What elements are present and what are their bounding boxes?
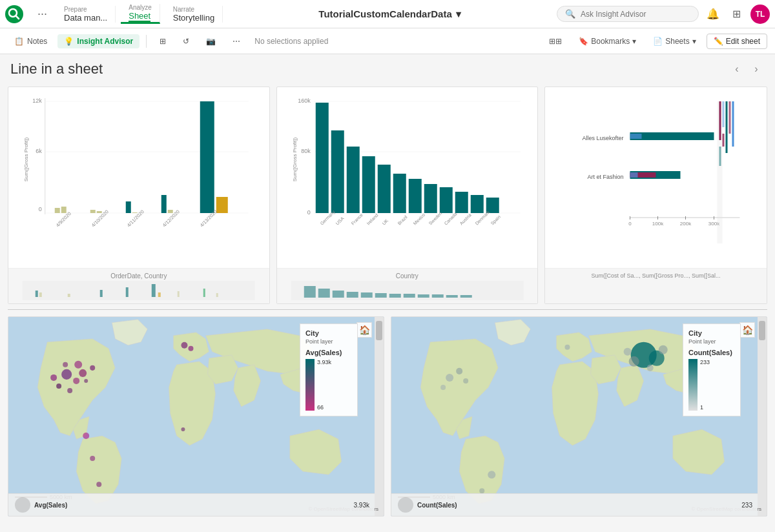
- nav-prepare[interactable]: Prepare Data man...: [56, 6, 116, 23]
- svg-rect-99: [726, 101, 728, 153]
- svg-rect-16: [161, 195, 167, 213]
- chart-3-axis-text: Sum([Cost of Sa..., Sum([Gross Pro..., S…: [591, 272, 720, 279]
- insight-icon: 💡: [64, 37, 74, 46]
- svg-point-130: [446, 374, 453, 382]
- top-nav: ··· Prepare Data man... Analyze Sheet Na…: [0, 0, 775, 28]
- search-input[interactable]: [581, 10, 684, 19]
- more-icon: ⋯: [232, 37, 240, 46]
- refresh-button[interactable]: ↺: [176, 34, 196, 48]
- map-2-home-icon[interactable]: 🏠: [739, 322, 755, 338]
- nav-icons: 🔔 ⊞ TL: [704, 5, 770, 24]
- map-1-home-icon[interactable]: 🏠: [356, 322, 372, 338]
- next-page-button[interactable]: ›: [748, 61, 765, 77]
- map-2-scrollbar-thumb[interactable]: [759, 321, 765, 340]
- svg-text:0: 0: [628, 221, 632, 227]
- prev-page-button[interactable]: ‹: [728, 61, 745, 77]
- svg-rect-18: [200, 101, 214, 213]
- insight-advisor-button[interactable]: 💡 Insight Advisor: [57, 34, 140, 48]
- snapshot-button[interactable]: 📷: [200, 34, 222, 48]
- svg-rect-27: [39, 292, 42, 297]
- svg-text:0: 0: [307, 209, 310, 216]
- chart-1-axis-label: OrderDate, Country: [14, 271, 264, 281]
- search-bar[interactable]: 🔍: [557, 6, 699, 22]
- svg-text:UK: UK: [381, 218, 389, 226]
- map-2-scrollbar[interactable]: [758, 317, 767, 516]
- svg-rect-33: [178, 291, 180, 297]
- map-2-footer: Count(Sales) 233: [391, 493, 758, 516]
- grid-icon[interactable]: ⊞: [727, 5, 745, 23]
- app-title-text: TutorialCustomCalendarData: [318, 8, 451, 19]
- svg-rect-98: [723, 101, 725, 127]
- svg-text:Art et Fashion: Art et Fashion: [587, 174, 623, 180]
- svg-rect-102: [719, 147, 721, 166]
- notification-icon[interactable]: 🔔: [704, 5, 722, 23]
- svg-point-110: [50, 374, 57, 381]
- chart-1-svg: 12k 6k 0 Sum([Gross Profit]): [14, 95, 264, 250]
- svg-rect-43: [315, 103, 328, 213]
- svg-point-112: [74, 361, 82, 369]
- svg-point-111: [67, 388, 72, 393]
- svg-rect-79: [460, 295, 471, 298]
- svg-point-119: [188, 346, 193, 351]
- svg-rect-26: [36, 291, 38, 297]
- chart-2-sparkline: [282, 281, 533, 300]
- svg-rect-34: [203, 289, 205, 297]
- svg-rect-74: [389, 294, 400, 298]
- chart-3-axis-label: Sum([Cost of Sa..., Sum([Gross Pro..., S…: [550, 271, 761, 280]
- svg-text:4/9/2020: 4/9/2020: [55, 210, 72, 228]
- nav-narrate[interactable]: Narrate Storytelling: [165, 6, 223, 23]
- svg-text:Ireland: Ireland: [366, 213, 378, 226]
- svg-rect-11: [61, 207, 67, 213]
- svg-text:Sum([Gross Profit]): Sum([Gross Profit]): [23, 137, 29, 181]
- map-1-scrollbar-thumb[interactable]: [376, 321, 382, 340]
- chart-1: 12k 6k 0 Sum([Gross Profit]): [8, 87, 270, 304]
- chart-2-svg: 160k 80k 0 Sum([Gross Profit]): [282, 95, 533, 250]
- svg-point-108: [56, 384, 61, 389]
- insight-label: Insight Advisor: [77, 37, 133, 46]
- svg-point-129: [647, 365, 654, 371]
- more-options-icon[interactable]: ···: [34, 6, 51, 22]
- map-1-scrollbar[interactable]: [375, 317, 384, 516]
- svg-rect-82: [630, 134, 642, 139]
- toolbar-separator-1: [146, 35, 147, 48]
- svg-rect-10: [55, 208, 60, 213]
- chart-3-footer: Sum([Cost of Sa..., Sum([Gross Pro..., S…: [545, 268, 767, 303]
- qlik-logo-mark[interactable]: [5, 5, 23, 23]
- app-title: TutorialCustomCalendarData ▾: [228, 8, 552, 20]
- app-title-chevron-icon[interactable]: ▾: [456, 8, 461, 20]
- page-title: Line in a sheet: [10, 61, 103, 77]
- chart-2: 160k 80k 0 Sum([Gross Profit]): [276, 87, 539, 304]
- svg-rect-71: [346, 292, 358, 298]
- map-1: 🏠 City Point layer Avg(Sales) 3.9: [8, 316, 384, 517]
- user-avatar[interactable]: TL: [750, 5, 770, 24]
- edit-sheet-button[interactable]: ✏️ Edit sheet: [707, 34, 767, 49]
- svg-rect-31: [152, 284, 156, 297]
- notes-button[interactable]: 📋 Notes: [8, 34, 54, 48]
- toolbar: 📋 Notes 💡 Insight Advisor ⊞ ↺ 📷 ⋯ No sel…: [0, 28, 775, 54]
- sheets-chevron-icon: ▾: [692, 37, 696, 46]
- more-button[interactable]: ⋯: [226, 34, 247, 48]
- bookmarks-button[interactable]: 🔖 Bookmarks ▾: [572, 34, 643, 48]
- svg-point-131: [456, 368, 462, 374]
- chart-3: Alles Lusekofter Art et Fashion 0 100k 2…: [544, 87, 767, 304]
- sheets-button[interactable]: 📄 Sheets ▾: [646, 34, 702, 48]
- svg-rect-75: [403, 294, 415, 298]
- grid-view-button[interactable]: ⊞: [153, 34, 172, 48]
- svg-rect-25: [23, 281, 255, 300]
- map-1-legend-measure: Avg(Sales): [305, 349, 352, 356]
- nav-prepare-top: Prepare: [64, 6, 87, 13]
- map-2: 🏠 City Point layer Count(Sales) 233: [391, 316, 767, 517]
- refresh-icon: ↺: [183, 37, 189, 46]
- table-view-button[interactable]: ⊞⊞: [542, 34, 568, 48]
- svg-point-126: [629, 356, 639, 367]
- svg-rect-73: [375, 293, 386, 298]
- nav-analyze[interactable]: Analyze Sheet: [121, 4, 160, 24]
- svg-text:80k: 80k: [301, 148, 311, 154]
- bookmark-icon: 🔖: [579, 37, 588, 46]
- notes-label: Notes: [27, 37, 47, 46]
- maps-area: 🏠 City Point layer Avg(Sales) 3.9: [0, 310, 775, 523]
- map-1-footer-value: 3.93k: [354, 502, 369, 509]
- svg-text:6k: 6k: [36, 148, 42, 154]
- selection-status: No selections applied: [254, 37, 328, 46]
- svg-point-127: [624, 348, 632, 356]
